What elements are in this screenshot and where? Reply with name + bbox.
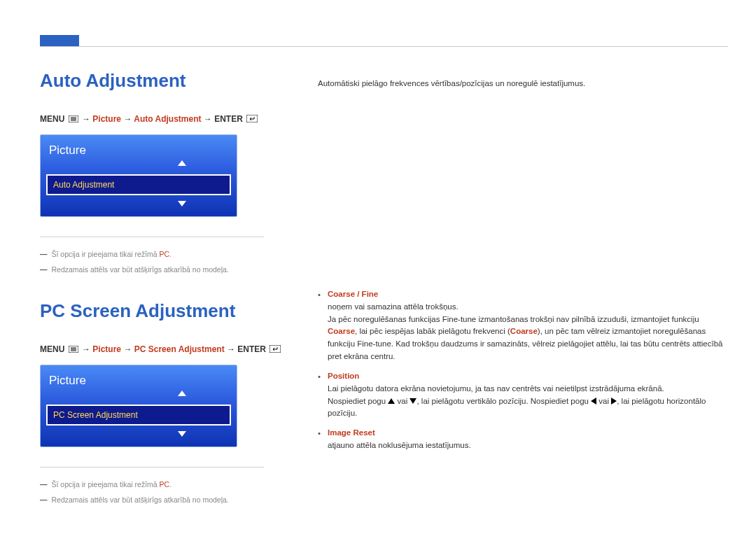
menu-icon bbox=[69, 115, 78, 125]
bullet-text: noņem vai samazina attēla trokšņus. Ja p… bbox=[328, 301, 728, 363]
osd-arrow-down-icon[interactable] bbox=[178, 201, 186, 206]
notes-pc-screen: ― Šī opcija ir pieejama tikai režīmā PC.… bbox=[40, 467, 264, 504]
triangle-down-icon bbox=[410, 398, 416, 404]
bullet-dot-icon: • bbox=[318, 427, 321, 452]
osd-arrow-up-icon[interactable] bbox=[178, 160, 186, 166]
note-text: Šī opcija ir pieejama tikai režīmā PC. bbox=[52, 480, 172, 489]
page-top-rule bbox=[40, 46, 728, 47]
bullet-dot-icon: • bbox=[318, 288, 321, 363]
body-list-pc-screen: • Coarse / Fine noņem vai samazina attēl… bbox=[318, 288, 728, 459]
notes-auto-adjustment: ― Šī opcija ir pieejama tikai režīmā PC.… bbox=[40, 237, 264, 274]
osd-panel-pc-screen: Picture PC Screen Adjustment bbox=[40, 365, 237, 447]
bullet-image-reset: • Image Reset atjauno attēla noklusējuma… bbox=[318, 427, 728, 452]
enter-icon bbox=[246, 115, 258, 125]
osd-title: Picture bbox=[41, 371, 237, 391]
bullet-title: Coarse / Fine bbox=[328, 288, 728, 301]
note-row: ― Šī opcija ir pieejama tikai režīmā PC. bbox=[40, 250, 264, 258]
enter-label: ENTER bbox=[214, 114, 243, 124]
menu-icon bbox=[69, 345, 78, 355]
osd-selected-item[interactable]: PC Screen Adjustment bbox=[46, 405, 231, 426]
bullet-dot-icon: • bbox=[318, 370, 321, 420]
note-text: Redzamais attēls var būt atšķirīgs atkar… bbox=[52, 496, 229, 504]
note-text: Redzamais attēls var būt atšķirīgs atkar… bbox=[52, 265, 229, 274]
bullet-title: Position bbox=[328, 370, 728, 383]
menu-label: MENU bbox=[40, 114, 64, 124]
note-dash: ― bbox=[40, 496, 48, 504]
crumb-picture: Picture bbox=[92, 114, 121, 124]
bullet-coarse-fine: • Coarse / Fine noņem vai samazina attēl… bbox=[318, 288, 728, 363]
section-auto-adjustment: Auto Adjustment MENU → Picture → Auto Ad… bbox=[40, 70, 728, 274]
note-row: ― Redzamais attēls var būt atšķirīgs atk… bbox=[40, 496, 264, 504]
note-row: ― Šī opcija ir pieejama tikai režīmā PC. bbox=[40, 480, 264, 489]
bullet-position: • Position Lai pielāgotu datora ekrāna n… bbox=[318, 370, 728, 420]
bullet-text: atjauno attēla noklusējuma iestatījumus. bbox=[328, 440, 728, 452]
body-text-auto-adjustment: Automātiski pielāgo frekvences vērtības/… bbox=[318, 77, 728, 90]
osd-panel-auto-adjustment: Picture Auto Adjustment bbox=[40, 134, 237, 217]
osd-arrow-down-icon[interactable] bbox=[178, 431, 186, 437]
osd-arrow-up-icon[interactable] bbox=[178, 391, 186, 396]
osd-selected-item[interactable]: Auto Adjustment bbox=[46, 174, 231, 195]
crumb-pc-screen-adjustment: PC Screen Adjustment bbox=[134, 344, 225, 354]
note-text: Šī opcija ir pieejama tikai režīmā PC. bbox=[52, 250, 172, 258]
triangle-left-icon bbox=[591, 398, 596, 405]
note-dash: ― bbox=[40, 250, 48, 258]
enter-icon bbox=[270, 345, 281, 355]
enter-label: ENTER bbox=[237, 344, 266, 354]
menu-label: MENU bbox=[40, 344, 64, 354]
bullet-text: Lai pielāgotu datora ekrāna novietojumu,… bbox=[328, 383, 728, 420]
note-row: ― Redzamais attēls var būt atšķirīgs atk… bbox=[40, 265, 264, 274]
note-dash: ― bbox=[40, 265, 48, 274]
menu-path-auto-adjustment: MENU → Picture → Auto Adjustment → ENTER bbox=[40, 114, 728, 125]
note-dash: ― bbox=[40, 480, 48, 489]
crumb-picture: Picture bbox=[92, 344, 121, 354]
triangle-up-icon bbox=[388, 398, 395, 404]
crumb-auto-adjustment: Auto Adjustment bbox=[134, 114, 201, 124]
osd-title: Picture bbox=[41, 141, 237, 160]
bullet-title: Image Reset bbox=[328, 427, 728, 440]
